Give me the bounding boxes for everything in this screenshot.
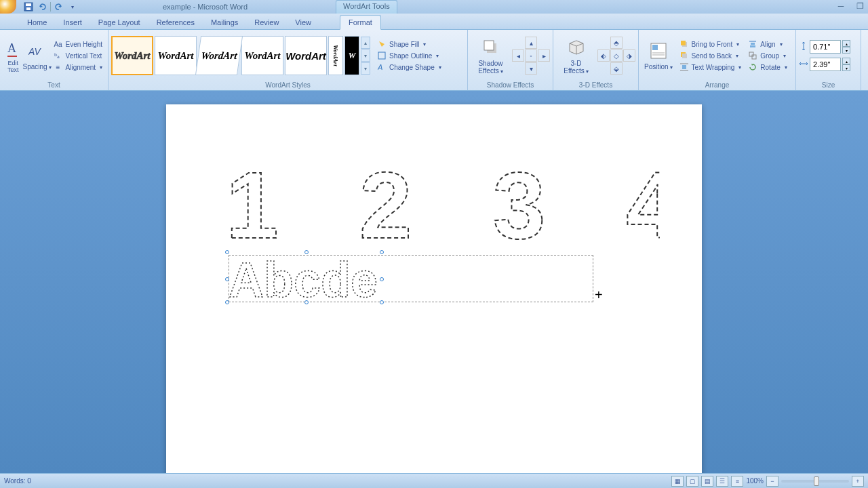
svg-rect-2 (26, 7, 31, 10)
gallery-item-5[interactable]: WordArt (285, 36, 327, 75)
tilt-up[interactable]: ⬘ (610, 37, 623, 49)
3d-effects-icon (566, 37, 587, 58)
width-spin-down[interactable]: ▾ (842, 64, 850, 71)
position-button[interactable]: Position (642, 39, 675, 73)
zoom-percent[interactable]: 100% (746, 477, 764, 485)
vertical-text-button[interactable]: ᵇₐVertical Text (51, 50, 105, 61)
tilt-left[interactable]: ⬖ (597, 49, 610, 62)
undo-icon[interactable] (37, 1, 47, 12)
view-web-layout[interactable]: ▤ (701, 476, 713, 487)
even-height-button[interactable]: AaEven Height (51, 39, 105, 49)
tilt-right[interactable]: ⬗ (623, 49, 635, 62)
tab-home[interactable]: Home (19, 16, 55, 29)
gallery-item-2[interactable]: WordArt (155, 36, 197, 75)
group-arrange: Position Bring to Front Send to Back Tex… (639, 30, 796, 90)
even-height-icon: Aa (54, 39, 63, 49)
height-spin-down[interactable]: ▾ (842, 47, 850, 54)
minimize-button[interactable]: ─ (835, 1, 846, 11)
window-title: example - Microsoft Word (163, 3, 248, 11)
svg-rect-24 (750, 45, 755, 47)
view-draft[interactable]: ≡ (731, 476, 743, 487)
window-controls: ─ ❐ (835, 1, 865, 11)
qat-separator (50, 2, 51, 12)
page[interactable]: 1 2 3 4 5 Abcde + (166, 104, 702, 473)
office-button[interactable] (0, 0, 16, 14)
zoom-in-button[interactable]: + (852, 476, 864, 487)
svg-rect-12 (652, 45, 658, 50)
3d-toggle[interactable]: ◇ (610, 49, 623, 62)
tab-page-layout[interactable]: Page Layout (90, 16, 149, 29)
gallery-item-3[interactable]: WordArt (195, 36, 243, 75)
ribbon-tabs: Home Insert Page Layout References Maili… (0, 14, 868, 30)
rotate-icon (748, 62, 757, 72)
svg-rect-25 (749, 52, 753, 56)
save-icon[interactable] (23, 1, 34, 12)
3d-effects-button[interactable]: 3-D Effects (556, 35, 596, 77)
nudge-shadow-right[interactable]: ▸ (538, 49, 550, 62)
context-tab-label: WordArt Tools (336, 0, 397, 14)
view-outline[interactable]: ☰ (716, 476, 728, 487)
gallery-item-7[interactable]: W (344, 36, 359, 75)
view-full-screen[interactable]: ▢ (686, 476, 698, 487)
group-button[interactable]: Group (745, 50, 789, 61)
group-shadow-effects: Shadow Effects ▴ ◂ ◦ ▸ ▾ Shadow Effects (468, 30, 553, 90)
nudge-shadow-down[interactable]: ▾ (525, 62, 537, 75)
shape-outline-button[interactable]: Shape Outline (374, 50, 444, 61)
maximize-button[interactable]: ❐ (854, 1, 865, 11)
gallery-scroll-down[interactable]: ▾ (361, 49, 370, 62)
bring-to-front-button[interactable]: Bring to Front (677, 39, 745, 49)
svg-rect-26 (752, 55, 756, 59)
gallery-item-4[interactable]: WordArt (241, 36, 283, 75)
gallery-more[interactable]: ▾ (361, 62, 370, 75)
change-shape-button[interactable]: AChange Shape (374, 62, 444, 73)
redo-icon[interactable] (54, 1, 64, 12)
wordart-numbers[interactable]: 1 2 3 4 5 (226, 167, 660, 255)
svg-text:A: A (7, 41, 16, 55)
spacing-button[interactable]: AV Spacing (25, 39, 50, 73)
vertical-text-icon: ᵇₐ (54, 51, 63, 60)
shape-fill-icon (377, 39, 387, 49)
ribbon: A Edit Text AV Spacing AaEven Height ᵇₐV… (0, 30, 868, 91)
alignment-button[interactable]: ≡Alignment (51, 62, 105, 73)
edit-text-button[interactable]: A Edit Text (3, 36, 24, 75)
zoom-out-button[interactable]: − (766, 476, 778, 487)
tab-mailings[interactable]: Mailings (203, 16, 246, 29)
nudge-shadow-left[interactable]: ◂ (512, 49, 524, 62)
zoom-slider-thumb[interactable] (814, 476, 819, 486)
tilt-down[interactable]: ⬙ (610, 62, 623, 75)
svg-text:AV: AV (28, 46, 42, 57)
width-input[interactable] (810, 58, 841, 71)
tab-format[interactable]: Format (340, 15, 381, 30)
tab-references[interactable]: References (149, 16, 203, 29)
tab-view[interactable]: View (287, 16, 319, 29)
svg-rect-7 (378, 52, 385, 59)
send-to-back-button[interactable]: Send to Back (677, 50, 745, 61)
gallery-item-6[interactable]: WordArt (328, 36, 343, 75)
height-icon (799, 41, 808, 52)
qat-more-icon[interactable]: ▾ (67, 1, 78, 12)
text-wrapping-button[interactable]: Text Wrapping (677, 62, 745, 73)
tab-insert[interactable]: Insert (55, 16, 90, 29)
shadow-toggle[interactable]: ◦ (525, 49, 537, 62)
shape-fill-button[interactable]: Shape Fill (374, 39, 444, 49)
height-spin-up[interactable]: ▴ (842, 40, 850, 47)
width-spin-up[interactable]: ▴ (842, 58, 850, 64)
shape-outline-icon (377, 51, 387, 60)
align-button[interactable]: Align (745, 39, 789, 49)
title-bar: ▾ example - Microsoft Word WordArt Tools… (0, 0, 868, 14)
svg-text:A: A (378, 63, 382, 71)
height-input[interactable] (810, 40, 841, 54)
svg-rect-1 (26, 3, 31, 6)
view-print-layout[interactable]: ▦ (671, 476, 684, 487)
nudge-shadow-up[interactable]: ▴ (525, 37, 537, 49)
word-count[interactable]: Words: 0 (4, 477, 31, 485)
gallery-item-1[interactable]: WordArt (111, 36, 153, 75)
shadow-effects-button[interactable]: Shadow Effects (471, 35, 511, 77)
rotate-button[interactable]: Rotate (745, 62, 789, 73)
gallery-scroll-up[interactable]: ▴ (361, 37, 370, 49)
document-area[interactable]: 1 2 3 4 5 Abcde + (0, 91, 868, 473)
bring-front-icon (679, 39, 689, 49)
selection-box[interactable] (227, 252, 382, 302)
tab-review[interactable]: Review (246, 16, 287, 29)
zoom-slider[interactable] (781, 480, 849, 483)
